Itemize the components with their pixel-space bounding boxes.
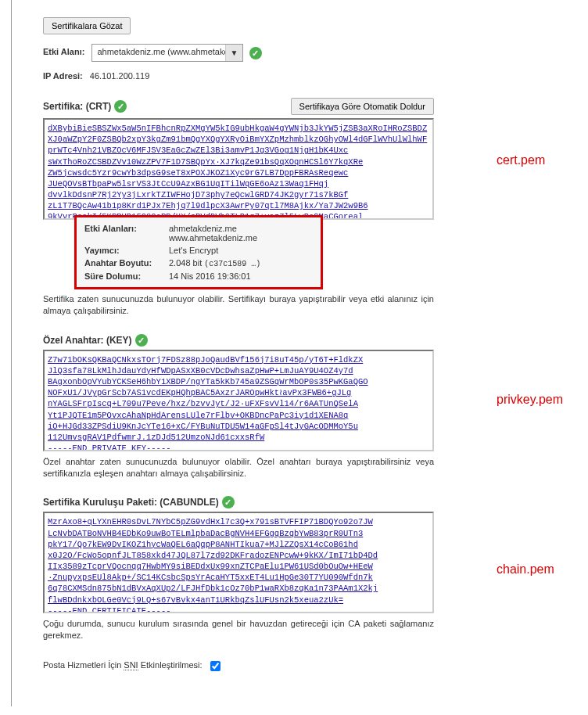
info-keysize-hash: (c37c1589 …)	[204, 260, 260, 268]
info-issuer-label: Yayımcı:	[84, 246, 169, 255]
crt-title: Sertifika: (CRT)	[43, 101, 111, 112]
check-icon: ✓	[249, 47, 262, 59]
domain-select[interactable]: ahmetakdeniz.me (www.ahmetakd ▼	[91, 44, 243, 62]
info-expiry-value: 14 Nis 2016 19:36:01	[169, 271, 313, 281]
sni-label-abbr: SNI	[124, 660, 138, 670]
browse-certificates-button[interactable]: Sertifikalara Gözat	[43, 17, 131, 34]
check-icon: ✓	[135, 334, 148, 347]
certificate-info-box: Etki Alanları: ahmetakdeniz.me www.ahmet…	[74, 215, 323, 289]
domain-label: Etki Alanı:	[43, 47, 84, 56]
key-help: Özel anahtar zaten sunucunuzda bulunuyor…	[43, 456, 434, 480]
ip-label: IP Adresi:	[43, 71, 83, 81]
annotation-privkey: privkey.pem	[497, 393, 563, 407]
chevron-down-icon: ▼	[225, 45, 243, 61]
cabundle-help: Çoğu durumda, sunucu kurulum sırasında g…	[43, 618, 434, 641]
info-domains-label: Etki Alanları:	[84, 224, 169, 243]
annotation-cert: cert.pem	[497, 153, 545, 167]
crt-help: Sertifika zaten sunucunuzda bulunuyor ol…	[43, 293, 434, 317]
key-title: Özel Anahtar: (KEY)	[43, 335, 132, 346]
cabundle-textarea[interactable]	[43, 512, 434, 613]
domain-select-value: ahmetakdeniz.me (www.ahmetakd	[92, 45, 242, 59]
sni-checkbox[interactable]	[210, 661, 220, 671]
key-textarea[interactable]	[43, 350, 434, 451]
check-icon: ✓	[114, 100, 127, 113]
info-expiry-label: Süre Dolumu:	[84, 271, 169, 281]
info-domain-1: ahmetakdeniz.me	[169, 224, 237, 233]
info-keysize-value: 2.048 bit	[169, 258, 202, 268]
sni-label-pre: Posta Hizmetleri İçin	[43, 660, 124, 670]
sni-label-post: Etkinleştirilmesi:	[138, 660, 203, 670]
autofill-button[interactable]: Sertifikaya Göre Otomatik Doldur	[291, 98, 434, 115]
check-icon: ✓	[222, 496, 235, 508]
cabundle-title: Sertifika Kuruluşu Paketi: (CABUNDLE)	[43, 497, 219, 508]
annotation-chain: chain.pem	[497, 562, 554, 577]
ip-value: 46.101.200.119	[90, 71, 149, 81]
info-issuer-value: Let's Encrypt	[169, 246, 313, 255]
crt-textarea[interactable]	[43, 118, 434, 220]
info-domain-2: www.ahmetakdeniz.me	[169, 233, 257, 243]
info-keysize-label: Anahtar Boyutu:	[84, 258, 169, 268]
